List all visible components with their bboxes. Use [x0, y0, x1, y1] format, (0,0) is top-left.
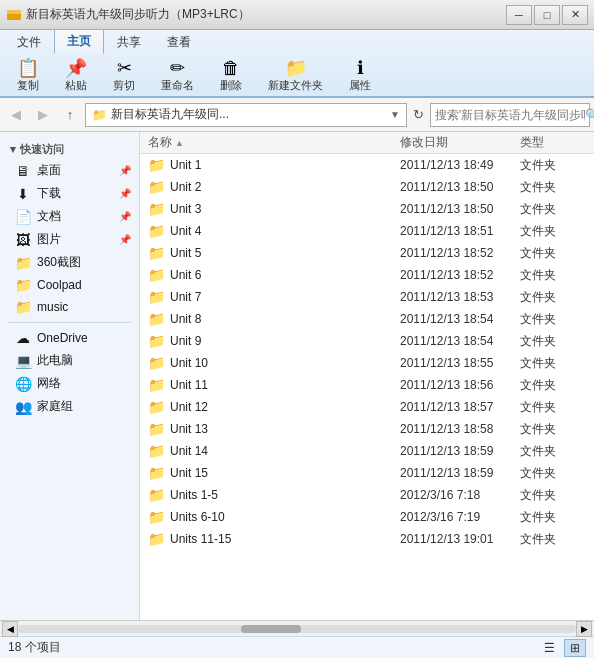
file-name-cell: 📁 Unit 14: [140, 443, 400, 459]
folder-icon: 📁: [148, 443, 165, 459]
table-row[interactable]: 📁 Unit 2 2011/12/13 18:50 文件夹: [140, 176, 594, 198]
table-row[interactable]: 📁 Unit 8 2011/12/13 18:54 文件夹: [140, 308, 594, 330]
minimize-button[interactable]: ─: [506, 5, 532, 25]
column-header-type[interactable]: 类型: [520, 134, 590, 151]
table-row[interactable]: 📁 Unit 4 2011/12/13 18:51 文件夹: [140, 220, 594, 242]
delete-icon: 🗑: [222, 59, 240, 77]
sidebar-item-music[interactable]: 📁 music: [0, 296, 139, 318]
cut-button[interactable]: ✂剪切: [104, 55, 144, 97]
file-name-text: Unit 4: [170, 224, 201, 238]
sidebar-item-coolpad[interactable]: 📁 Coolpad: [0, 274, 139, 296]
sidebar-item-onedrive[interactable]: ☁ OneDrive: [0, 327, 139, 349]
file-date-cell: 2011/12/13 18:53: [400, 290, 520, 304]
file-name-text: Unit 2: [170, 180, 201, 194]
table-row[interactable]: 📁 Unit 10 2011/12/13 18:55 文件夹: [140, 352, 594, 374]
properties-icon: ℹ: [357, 59, 364, 77]
sidebar-item-downloads[interactable]: ⬇ 下载 📌: [0, 182, 139, 205]
folder-icon: 📁: [148, 179, 165, 195]
column-header-name[interactable]: 名称 ▲: [140, 134, 400, 151]
folder-icon-360: 📁: [14, 255, 32, 271]
address-dropdown-icon[interactable]: ▼: [390, 109, 400, 120]
tab-share[interactable]: 共享: [104, 30, 154, 54]
back-button[interactable]: ◀: [4, 103, 28, 127]
sort-arrow-name: ▲: [175, 138, 184, 148]
hscroll-track[interactable]: [18, 625, 576, 633]
refresh-button[interactable]: ↻: [410, 107, 427, 122]
table-row[interactable]: 📁 Unit 11 2011/12/13 18:56 文件夹: [140, 374, 594, 396]
file-type-cell: 文件夹: [520, 245, 590, 262]
properties-button[interactable]: ℹ属性: [340, 55, 380, 97]
table-row[interactable]: 📁 Unit 7 2011/12/13 18:53 文件夹: [140, 286, 594, 308]
file-type-cell: 文件夹: [520, 399, 590, 416]
horizontal-scrollbar[interactable]: ◀ ▶: [0, 620, 594, 636]
file-type-cell: 文件夹: [520, 443, 590, 460]
window-icon: [6, 7, 22, 23]
file-date-cell: 2012/3/16 7:19: [400, 510, 520, 524]
file-name-cell: 📁 Unit 13: [140, 421, 400, 437]
sidebar-item-thispc[interactable]: 💻 此电脑: [0, 349, 139, 372]
file-type-cell: 文件夹: [520, 311, 590, 328]
hscroll-right-arrow[interactable]: ▶: [576, 621, 592, 637]
ribbon: 文件 主页 共享 查看 📋复制 📌粘贴 ✂剪切 ✏重命名 🗑删除 📁新建文件夹 …: [0, 30, 594, 98]
search-box[interactable]: 🔍: [430, 103, 590, 127]
file-date-cell: 2011/12/13 18:59: [400, 444, 520, 458]
close-button[interactable]: ✕: [562, 5, 588, 25]
table-row[interactable]: 📁 Units 11-15 2011/12/13 19:01 文件夹: [140, 528, 594, 550]
sidebar: ▾ 快速访问 🖥 桌面 📌 ⬇ 下载 📌 📄 文档 📌 🖼 图片 �: [0, 132, 140, 620]
chevron-down-icon: ▾: [10, 143, 16, 156]
new-folder-button[interactable]: 📁新建文件夹: [259, 55, 332, 97]
sidebar-item-360[interactable]: 📁 360截图: [0, 251, 139, 274]
hscroll-left-arrow[interactable]: ◀: [2, 621, 18, 637]
file-date-cell: 2011/12/13 18:55: [400, 356, 520, 370]
copy-button[interactable]: 📋复制: [8, 55, 48, 97]
view-list-button[interactable]: ⊞: [564, 639, 586, 657]
forward-button[interactable]: ▶: [31, 103, 55, 127]
file-name-cell: 📁 Units 11-15: [140, 531, 400, 547]
table-row[interactable]: 📁 Unit 12 2011/12/13 18:57 文件夹: [140, 396, 594, 418]
file-type-cell: 文件夹: [520, 509, 590, 526]
tab-home[interactable]: 主页: [54, 29, 104, 54]
view-details-button[interactable]: ☰: [538, 639, 560, 657]
sidebar-item-pictures[interactable]: 🖼 图片 📌: [0, 228, 139, 251]
table-row[interactable]: 📁 Unit 13 2011/12/13 18:58 文件夹: [140, 418, 594, 440]
tab-file[interactable]: 文件: [4, 30, 54, 54]
table-row[interactable]: 📁 Unit 9 2011/12/13 18:54 文件夹: [140, 330, 594, 352]
table-row[interactable]: 📁 Units 1-5 2012/3/16 7:18 文件夹: [140, 484, 594, 506]
paste-button[interactable]: 📌粘贴: [56, 55, 96, 97]
table-row[interactable]: 📁 Unit 15 2011/12/13 18:59 文件夹: [140, 462, 594, 484]
table-row[interactable]: 📁 Unit 5 2011/12/13 18:52 文件夹: [140, 242, 594, 264]
sidebar-item-network[interactable]: 🌐 网络: [0, 372, 139, 395]
column-header-date[interactable]: 修改日期: [400, 134, 520, 151]
sidebar-item-documents[interactable]: 📄 文档 📌: [0, 205, 139, 228]
file-type-cell: 文件夹: [520, 487, 590, 504]
sidebar-item-homegroup[interactable]: 👥 家庭组: [0, 395, 139, 418]
table-row[interactable]: 📁 Unit 6 2011/12/13 18:52 文件夹: [140, 264, 594, 286]
search-input[interactable]: [435, 108, 585, 122]
hscroll-thumb[interactable]: [241, 625, 301, 633]
paste-icon: 📌: [65, 59, 87, 77]
sidebar-label-homegroup: 家庭组: [37, 398, 73, 415]
file-name-cell: 📁 Unit 9: [140, 333, 400, 349]
file-type-cell: 文件夹: [520, 377, 590, 394]
tab-view[interactable]: 查看: [154, 30, 204, 54]
file-date-cell: 2011/12/13 18:54: [400, 312, 520, 326]
table-row[interactable]: 📁 Units 6-10 2012/3/16 7:19 文件夹: [140, 506, 594, 528]
address-path: 新目标英语九年级同...: [111, 106, 386, 123]
file-name-text: Unit 3: [170, 202, 201, 216]
table-row[interactable]: 📁 Unit 14 2011/12/13 18:59 文件夹: [140, 440, 594, 462]
sidebar-item-desktop[interactable]: 🖥 桌面 📌: [0, 159, 139, 182]
file-list-header: 名称 ▲ 修改日期 类型: [140, 132, 594, 154]
rename-button[interactable]: ✏重命名: [152, 55, 203, 97]
maximize-button[interactable]: □: [534, 5, 560, 25]
sidebar-label-desktop: 桌面: [37, 162, 61, 179]
file-list: 📁 Unit 1 2011/12/13 18:49 文件夹 📁 Unit 2 2…: [140, 154, 594, 620]
sidebar-quickaccess-header[interactable]: ▾ 快速访问: [0, 138, 139, 159]
up-button[interactable]: ↑: [58, 103, 82, 127]
address-input[interactable]: 📁 新目标英语九年级同... ▼: [85, 103, 407, 127]
pin-icon-4: 📌: [119, 234, 131, 245]
table-row[interactable]: 📁 Unit 3 2011/12/13 18:50 文件夹: [140, 198, 594, 220]
delete-button[interactable]: 🗑删除: [211, 55, 251, 97]
sidebar-label-onedrive: OneDrive: [37, 331, 88, 345]
table-row[interactable]: 📁 Unit 1 2011/12/13 18:49 文件夹: [140, 154, 594, 176]
file-pane: 名称 ▲ 修改日期 类型 📁 Unit 1 2011/12/13 18:49 文…: [140, 132, 594, 620]
